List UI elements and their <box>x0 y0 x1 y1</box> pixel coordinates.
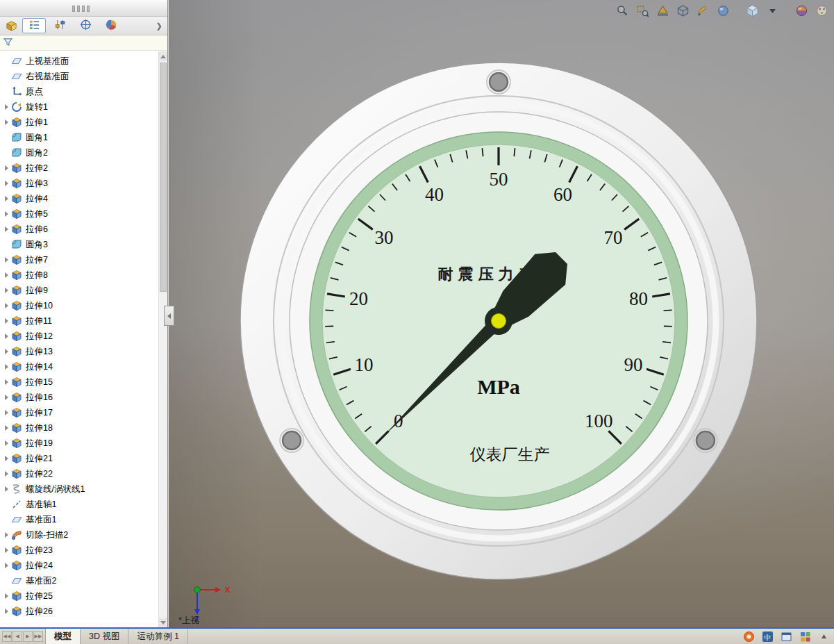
tree-item[interactable]: 基准面2 <box>0 573 158 588</box>
expand-arrow-icon[interactable] <box>2 593 11 599</box>
chevron-right-icon[interactable]: ❯ <box>153 19 165 33</box>
expand-arrow-icon[interactable] <box>2 471 11 477</box>
tree-item[interactable]: 拉伸17 <box>0 405 158 420</box>
magnifier-icon[interactable] <box>615 3 629 17</box>
panel-tab-featuremanager[interactable] <box>22 18 46 33</box>
tree-item[interactable]: 拉伸26 <box>0 604 158 619</box>
tab-scroll-prev-button[interactable]: ◀ <box>12 631 22 642</box>
tree-item[interactable]: 拉伸7 <box>0 252 158 267</box>
tree-item[interactable]: 上视基准面 <box>0 53 158 69</box>
tree-item[interactable]: 拉伸21 <box>0 451 158 466</box>
tree-filter-row[interactable] <box>0 35 167 51</box>
tree-item[interactable]: 拉伸8 <box>0 267 158 283</box>
render-sphere-icon[interactable] <box>794 3 808 17</box>
ime-icon[interactable]: 中 <box>762 631 774 643</box>
browser-icon[interactable] <box>743 631 755 643</box>
tree-item[interactable]: 切除-扫描2 <box>0 527 158 543</box>
expand-arrow-icon[interactable] <box>2 609 11 614</box>
expand-arrow-icon[interactable] <box>2 272 11 278</box>
expand-arrow-icon[interactable] <box>2 486 11 492</box>
tree-item[interactable]: 螺旋线/涡状线1 <box>0 481 158 497</box>
panel-tab-propertymanager[interactable] <box>48 18 72 33</box>
expand-arrow-icon[interactable] <box>2 104 11 110</box>
tree-item[interactable]: 拉伸16 <box>0 390 158 405</box>
expand-arrow-icon[interactable] <box>2 181 11 186</box>
tree-item[interactable]: 圆角2 <box>0 145 158 160</box>
graphics-viewport[interactable]: 0102030405060708090100耐震压力表MPa仪表厂生产 X Z … <box>169 0 834 629</box>
tree-item[interactable]: 拉伸24 <box>0 558 158 573</box>
panel-collapse-handle[interactable] <box>164 306 174 326</box>
expand-arrow-icon[interactable] <box>2 410 11 415</box>
tree-item[interactable]: 拉伸11 <box>0 313 158 329</box>
tree-item[interactable]: 拉伸6 <box>0 222 158 237</box>
app-grid-icon[interactable] <box>799 631 811 643</box>
appearance-icon[interactable] <box>716 3 730 17</box>
expand-arrow-icon[interactable] <box>2 349 11 354</box>
scrollbar-thumb[interactable] <box>160 63 167 292</box>
expand-arrow-icon[interactable] <box>2 364 11 370</box>
zoom-area-icon[interactable] <box>635 3 649 17</box>
expand-arrow-icon[interactable] <box>2 425 11 431</box>
tab-scroll-next-button[interactable]: ▶ <box>23 631 33 642</box>
palette-icon[interactable] <box>815 3 828 17</box>
expand-arrow-icon[interactable] <box>2 440 11 446</box>
tree-item[interactable]: 拉伸15 <box>0 374 158 390</box>
tree-item[interactable]: 拉伸9 <box>0 283 158 298</box>
panel-tab-configurationmanager[interactable] <box>74 18 97 33</box>
tree-item[interactable]: 拉伸23 <box>0 543 158 558</box>
expand-arrow-icon[interactable] <box>2 456 11 461</box>
tab-scroll-last-button[interactable]: ▶▶ <box>33 631 43 642</box>
expand-arrow-icon[interactable] <box>2 563 11 568</box>
section-view-icon[interactable] <box>656 3 669 17</box>
expand-arrow-icon[interactable] <box>2 318 11 324</box>
tray-expand-icon[interactable] <box>818 631 830 643</box>
tab-scroll-first-button[interactable]: ◀◀ <box>2 631 12 642</box>
tree-item[interactable]: 拉伸10 <box>0 298 158 313</box>
panel-tab-displaymanager[interactable] <box>99 18 123 33</box>
view-cube-icon[interactable] <box>745 3 759 17</box>
expand-arrow-icon[interactable] <box>2 211 11 217</box>
scroll-down-button[interactable] <box>159 618 167 627</box>
expand-arrow-icon[interactable] <box>2 165 11 171</box>
scroll-up-button[interactable] <box>159 51 167 61</box>
document-tab-1[interactable]: 模型 <box>46 629 81 644</box>
tree-item[interactable]: 拉伸25 <box>0 588 158 604</box>
tree-item[interactable]: 拉伸2 <box>0 160 158 176</box>
tree-item[interactable]: 拉伸18 <box>0 420 158 436</box>
tree-item[interactable]: 拉伸4 <box>0 191 158 206</box>
tree-item[interactable]: 拉伸5 <box>0 206 158 222</box>
tree-item[interactable]: 圆角3 <box>0 237 158 252</box>
app-window-icon[interactable] <box>781 631 792 643</box>
tree-item[interactable]: 拉伸3 <box>0 176 158 191</box>
edit-sketch-icon[interactable] <box>696 3 710 17</box>
expand-arrow-icon[interactable] <box>2 119 11 125</box>
expand-arrow-icon[interactable] <box>2 395 11 400</box>
expand-arrow-icon[interactable] <box>2 257 11 263</box>
tree-scrollbar[interactable] <box>158 51 167 627</box>
tree-item[interactable]: 拉伸19 <box>0 436 158 451</box>
tree-item[interactable]: 拉伸22 <box>0 466 158 481</box>
tree-item[interactable]: 拉伸14 <box>0 359 158 374</box>
tree-item[interactable]: 基准面1 <box>0 512 158 527</box>
expand-arrow-icon[interactable] <box>2 333 11 339</box>
tree-item[interactable]: 拉伸13 <box>0 344 158 359</box>
tree-item[interactable]: 原点 <box>0 84 158 99</box>
expand-arrow-icon[interactable] <box>2 379 11 385</box>
expand-arrow-icon[interactable] <box>2 303 11 308</box>
panel-grip-handle[interactable] <box>72 5 93 12</box>
tree-item[interactable]: 基准轴1 <box>0 497 158 512</box>
tree-item[interactable]: 圆角1 <box>0 130 158 145</box>
document-tab-3[interactable]: 运动算例 1 <box>128 629 187 644</box>
document-tab-2[interactable]: 3D 视图 <box>81 629 128 644</box>
wireframe-cube-icon[interactable] <box>676 3 690 17</box>
expand-arrow-icon[interactable] <box>2 532 11 538</box>
tree-item[interactable]: 拉伸1 <box>0 115 158 130</box>
tree-item[interactable]: 右视基准面 <box>0 69 158 84</box>
tree-item[interactable]: 旋转1 <box>0 99 158 115</box>
dropdown-arrow-icon[interactable] <box>765 3 779 17</box>
tree-item[interactable]: 拉伸12 <box>0 329 158 344</box>
expand-arrow-icon[interactable] <box>2 196 11 201</box>
expand-arrow-icon[interactable] <box>2 547 11 553</box>
expand-arrow-icon[interactable] <box>2 288 11 293</box>
expand-arrow-icon[interactable] <box>2 226 11 232</box>
